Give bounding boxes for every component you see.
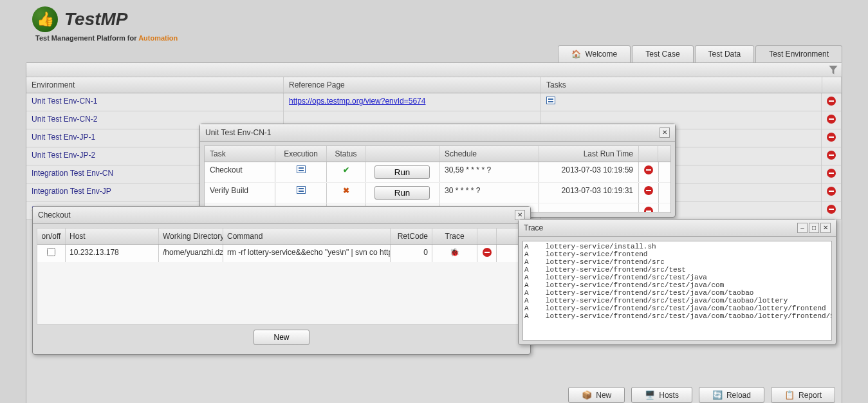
cmd-col[interactable]: Command: [223, 229, 391, 244]
tab-test-case[interactable]: Test Case: [632, 45, 693, 62]
task-col[interactable]: Task: [205, 146, 275, 162]
task-row: Checkout ✔ Run 30,59 * * * * ? 2013-07-0…: [205, 162, 670, 183]
onoff-col[interactable]: on/off: [37, 229, 66, 244]
sched-col[interactable]: Schedule: [439, 146, 539, 162]
cmd-val: rm -rf lottery-service&&echo "yes\n" | s…: [223, 245, 391, 262]
close-icon[interactable]: ✕: [820, 223, 831, 233]
reload-icon: 🔄: [712, 390, 723, 400]
col-ref-header[interactable]: Reference Page: [284, 77, 541, 93]
logo-icon: 👍: [32, 6, 58, 32]
new-button[interactable]: 📦New: [568, 387, 625, 403]
remove-icon[interactable]: [827, 169, 836, 178]
grid-toolbar: [26, 63, 842, 77]
remove-icon[interactable]: [827, 97, 836, 106]
tagline: Test Management Platform for Automation: [35, 34, 836, 42]
check-icon: ✔: [343, 165, 349, 174]
host-col[interactable]: Host: [66, 229, 159, 244]
report-button[interactable]: 📋Report: [771, 387, 835, 403]
col-tasks-header[interactable]: Tasks: [541, 77, 822, 93]
modal-title: Trace: [524, 223, 543, 232]
tab-welcome[interactable]: Welcome: [558, 45, 631, 62]
task-row: Verify Build ✖ Run 30 * * * * ? 2013-07-…: [205, 183, 670, 203]
execution-icon[interactable]: [297, 165, 306, 173]
schedule-val: 30 * * * * ?: [439, 183, 539, 203]
trace-col[interactable]: Trace: [432, 229, 477, 244]
remove-icon[interactable]: [644, 186, 653, 195]
last-run-val: 2013-07-03 10:19:59: [539, 162, 639, 182]
host-val: 10.232.13.178: [66, 245, 159, 262]
remove-icon[interactable]: [827, 205, 836, 214]
new-host-button[interactable]: New: [254, 330, 309, 345]
main-button-row: 📦New 🖥️Hosts 🔄Reload 📋Report: [26, 380, 842, 403]
home-icon: [571, 50, 581, 59]
grid-header: Environment Reference Page Tasks: [26, 77, 842, 93]
hosts-button[interactable]: 🖥️Hosts: [631, 387, 692, 403]
schedule-val: 30,59 * * * * ?: [439, 162, 539, 182]
close-icon[interactable]: ✕: [660, 127, 670, 138]
remove-icon[interactable]: [483, 248, 492, 257]
trace-content[interactable]: A lottery-service/install.sh A lottery-s…: [522, 241, 832, 341]
run-button[interactable]: Run: [374, 186, 430, 200]
execution-icon[interactable]: [297, 186, 306, 194]
remove-icon[interactable]: [644, 165, 653, 174]
maximize-icon[interactable]: □: [809, 223, 819, 233]
modal-title: Unit Test Env-CN-1: [205, 128, 271, 137]
reload-button[interactable]: 🔄Reload: [699, 387, 764, 403]
x-icon: ✖: [343, 186, 349, 195]
tab-test-data[interactable]: Test Data: [695, 45, 755, 62]
report-icon: 📋: [784, 390, 795, 400]
ret-val: 0: [391, 245, 432, 262]
onoff-checkbox[interactable]: [47, 248, 55, 256]
checkout-row: 10.232.13.178 /home/yuanzhi.dzv rm -rf l…: [37, 245, 526, 262]
run-button[interactable]: Run: [374, 165, 430, 179]
minimize-icon[interactable]: –: [797, 223, 808, 233]
status-col[interactable]: Status: [327, 146, 365, 162]
table-row[interactable]: Unit Test Env-CN-1 https://ops.testmp.or…: [26, 93, 842, 111]
checkout-modal: Checkout ✕ on/off Host Working Directory…: [32, 206, 531, 355]
remove-icon[interactable]: [644, 207, 653, 212]
ref-link[interactable]: https://ops.testmp.org/view?envId=5674: [289, 97, 425, 106]
env-detail-modal: Unit Test Env-CN-1 ✕ Task Execution Stat…: [199, 124, 676, 218]
tab-test-environment[interactable]: Test Environment: [755, 45, 842, 62]
filter-icon[interactable]: [829, 66, 838, 75]
bug-icon[interactable]: 🐞: [450, 248, 459, 257]
ret-col[interactable]: RetCode: [391, 229, 432, 244]
logo-text: TestMP: [64, 9, 128, 30]
hosts-icon: 🖥️: [645, 390, 655, 400]
box-icon: 📦: [582, 390, 592, 400]
task-name[interactable]: Checkout: [205, 162, 275, 182]
remove-icon[interactable]: [827, 151, 836, 160]
app-header: 👍 TestMP Test Management Platform for Au…: [0, 0, 868, 45]
trace-modal: Trace – □ ✕ A lottery-service/install.sh…: [518, 219, 836, 345]
task-name[interactable]: Verify Build: [205, 183, 275, 203]
col-env-header[interactable]: Environment: [26, 77, 284, 93]
wd-val: /home/yuanzhi.dzv: [159, 245, 223, 262]
env-name: Unit Test Env-CN-1: [26, 93, 284, 111]
remove-icon[interactable]: [827, 187, 836, 196]
modal-title: Checkout: [38, 211, 71, 220]
exec-col[interactable]: Execution: [275, 146, 327, 162]
remove-icon[interactable]: [827, 133, 836, 142]
wd-col[interactable]: Working Directory: [159, 229, 223, 244]
col-del-header: [822, 77, 842, 93]
main-tabs: Welcome Test Case Test Data Test Environ…: [26, 45, 842, 62]
last-col[interactable]: Last Run Time: [539, 146, 639, 162]
last-run-val: 2013-07-03 10:19:31: [539, 183, 639, 203]
tasks-icon[interactable]: [546, 97, 555, 104]
remove-icon[interactable]: [827, 115, 836, 124]
